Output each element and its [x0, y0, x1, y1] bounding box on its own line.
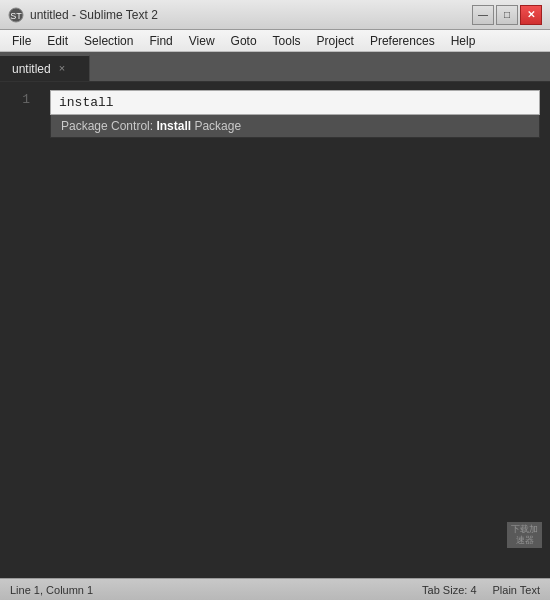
menu-project[interactable]: Project — [309, 30, 362, 51]
status-bar: Line 1, Column 1 Tab Size: 4 Plain Text — [0, 578, 550, 600]
menu-view[interactable]: View — [181, 30, 223, 51]
app-icon: ST — [8, 7, 24, 23]
command-palette: Package Control: Install Package — [50, 90, 540, 138]
autocomplete-suffix: Package — [191, 119, 241, 133]
editor-area: 1 Package Control: Install Package 下载加 速… — [0, 82, 550, 578]
minimize-button[interactable]: — — [472, 5, 494, 25]
command-input[interactable] — [50, 90, 540, 115]
menu-bar: File Edit Selection Find View Goto Tools… — [0, 30, 550, 52]
window-title: untitled - Sublime Text 2 — [30, 8, 472, 22]
watermark: 下载加 速器 — [507, 522, 542, 548]
menu-tools[interactable]: Tools — [265, 30, 309, 51]
menu-edit[interactable]: Edit — [39, 30, 76, 51]
line-numbers: 1 — [0, 82, 40, 578]
menu-preferences[interactable]: Preferences — [362, 30, 443, 51]
autocomplete-dropdown: Package Control: Install Package — [50, 115, 540, 138]
menu-file[interactable]: File — [4, 30, 39, 51]
window-controls: — □ ✕ — [472, 5, 542, 25]
tab-untitled[interactable]: untitled × — [0, 55, 90, 81]
svg-text:ST: ST — [10, 11, 22, 21]
line-number: 1 — [0, 90, 30, 110]
autocomplete-item[interactable]: Package Control: Install Package — [51, 115, 539, 137]
cursor-position: Line 1, Column 1 — [10, 584, 93, 596]
menu-goto[interactable]: Goto — [223, 30, 265, 51]
tab-size: Tab Size: 4 — [422, 584, 476, 596]
editor-content[interactable]: Package Control: Install Package 下载加 速器 — [40, 82, 550, 578]
close-button[interactable]: ✕ — [520, 5, 542, 25]
autocomplete-highlight: Install — [156, 119, 191, 133]
menu-find[interactable]: Find — [141, 30, 180, 51]
autocomplete-prefix: Package Control: — [61, 119, 156, 133]
tab-bar: untitled × — [0, 52, 550, 82]
maximize-button[interactable]: □ — [496, 5, 518, 25]
status-right: Tab Size: 4 Plain Text — [422, 584, 540, 596]
watermark-text: 下载加 速器 — [507, 522, 542, 548]
tab-close-button[interactable]: × — [59, 63, 65, 74]
status-left: Line 1, Column 1 — [10, 584, 93, 596]
tab-label: untitled — [12, 62, 51, 76]
title-bar: ST untitled - Sublime Text 2 — □ ✕ — [0, 0, 550, 30]
menu-help[interactable]: Help — [443, 30, 484, 51]
menu-selection[interactable]: Selection — [76, 30, 141, 51]
syntax-type: Plain Text — [493, 584, 541, 596]
